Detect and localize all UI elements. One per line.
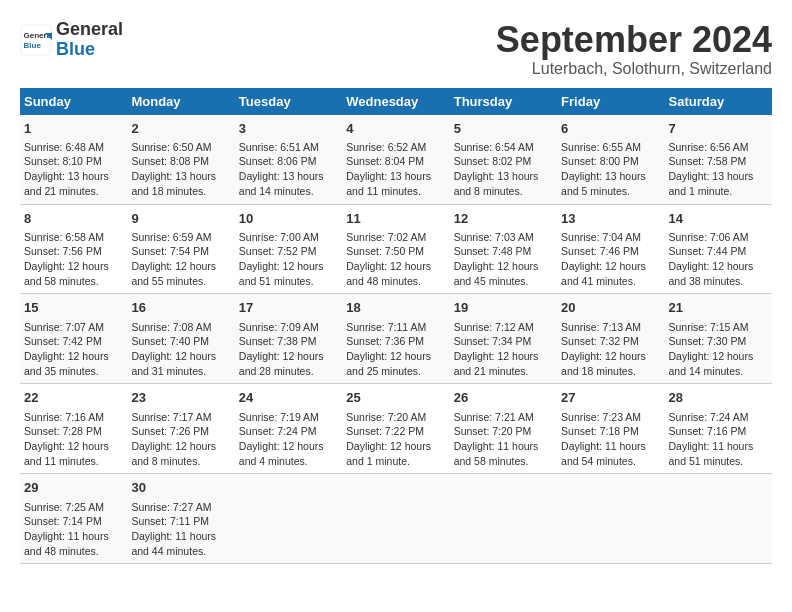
day-info-line: and 18 minutes. (131, 184, 230, 199)
day-info-line: Daylight: 12 hours (131, 349, 230, 364)
day-number: 5 (454, 120, 553, 138)
day-info-line: Sunrise: 6:55 AM (561, 140, 660, 155)
calendar-cell (665, 474, 772, 564)
calendar-cell: 11Sunrise: 7:02 AMSunset: 7:50 PMDayligh… (342, 204, 449, 294)
day-info-line: Sunset: 8:10 PM (24, 154, 123, 169)
day-info-line: Sunrise: 7:15 AM (669, 320, 768, 335)
day-info-line: and 8 minutes. (454, 184, 553, 199)
day-number: 15 (24, 299, 123, 317)
day-info-line: Daylight: 12 hours (346, 439, 445, 454)
day-info-line: and 51 minutes. (669, 454, 768, 469)
day-info-line: and 38 minutes. (669, 274, 768, 289)
calendar-week-row: 1Sunrise: 6:48 AMSunset: 8:10 PMDaylight… (20, 115, 772, 204)
day-info-line: and 21 minutes. (454, 364, 553, 379)
day-number: 2 (131, 120, 230, 138)
calendar-cell: 30Sunrise: 7:27 AMSunset: 7:11 PMDayligh… (127, 474, 234, 564)
day-info-line: Daylight: 12 hours (454, 349, 553, 364)
day-number: 3 (239, 120, 338, 138)
day-number: 23 (131, 389, 230, 407)
day-info-line: Daylight: 13 hours (24, 169, 123, 184)
day-info-line: Daylight: 12 hours (669, 349, 768, 364)
day-info-line: Daylight: 12 hours (24, 259, 123, 274)
day-info-line: Sunrise: 7:00 AM (239, 230, 338, 245)
day-info-line: Daylight: 12 hours (346, 259, 445, 274)
day-info-line: Sunset: 7:26 PM (131, 424, 230, 439)
day-number: 9 (131, 210, 230, 228)
location-text: Luterbach, Solothurn, Switzerland (496, 60, 772, 78)
svg-text:Blue: Blue (24, 41, 42, 50)
day-header-saturday: Saturday (665, 88, 772, 115)
day-info-line: Daylight: 12 hours (454, 259, 553, 274)
day-info-line: Sunset: 7:24 PM (239, 424, 338, 439)
day-info-line: Daylight: 13 hours (131, 169, 230, 184)
day-info-line: Sunrise: 6:52 AM (346, 140, 445, 155)
day-info-line: Sunrise: 6:50 AM (131, 140, 230, 155)
day-info-line: Daylight: 12 hours (24, 439, 123, 454)
day-info-line: Sunrise: 7:03 AM (454, 230, 553, 245)
day-info-line: Daylight: 13 hours (669, 169, 768, 184)
day-info-line: and 5 minutes. (561, 184, 660, 199)
day-number: 29 (24, 479, 123, 497)
day-header-friday: Friday (557, 88, 664, 115)
calendar-cell: 20Sunrise: 7:13 AMSunset: 7:32 PMDayligh… (557, 294, 664, 384)
day-info-line: Sunset: 8:04 PM (346, 154, 445, 169)
logo-general-text: General (56, 19, 123, 39)
day-info-line: Sunrise: 6:54 AM (454, 140, 553, 155)
day-info-line: and 11 minutes. (24, 454, 123, 469)
day-info-line: and 25 minutes. (346, 364, 445, 379)
day-info-line: and 28 minutes. (239, 364, 338, 379)
day-info-line: Daylight: 12 hours (131, 259, 230, 274)
calendar-cell: 29Sunrise: 7:25 AMSunset: 7:14 PMDayligh… (20, 474, 127, 564)
day-info-line: Daylight: 12 hours (669, 259, 768, 274)
day-info-line: and 1 minute. (669, 184, 768, 199)
day-info-line: Sunset: 7:18 PM (561, 424, 660, 439)
day-info-line: Sunset: 7:20 PM (454, 424, 553, 439)
calendar-cell: 5Sunrise: 6:54 AMSunset: 8:02 PMDaylight… (450, 115, 557, 204)
calendar-cell: 21Sunrise: 7:15 AMSunset: 7:30 PMDayligh… (665, 294, 772, 384)
day-number: 7 (669, 120, 768, 138)
day-info-line: Daylight: 13 hours (239, 169, 338, 184)
day-info-line: Daylight: 11 hours (454, 439, 553, 454)
calendar-cell: 22Sunrise: 7:16 AMSunset: 7:28 PMDayligh… (20, 384, 127, 474)
day-number: 20 (561, 299, 660, 317)
calendar-cell (235, 474, 342, 564)
day-info-line: Sunset: 8:06 PM (239, 154, 338, 169)
day-info-line: Daylight: 13 hours (454, 169, 553, 184)
day-info-line: and 8 minutes. (131, 454, 230, 469)
calendar-cell: 26Sunrise: 7:21 AMSunset: 7:20 PMDayligh… (450, 384, 557, 474)
calendar-cell: 18Sunrise: 7:11 AMSunset: 7:36 PMDayligh… (342, 294, 449, 384)
day-header-thursday: Thursday (450, 88, 557, 115)
calendar-header-row: SundayMondayTuesdayWednesdayThursdayFrid… (20, 88, 772, 115)
day-info-line: Sunrise: 7:12 AM (454, 320, 553, 335)
day-info-line: and 45 minutes. (454, 274, 553, 289)
day-number: 27 (561, 389, 660, 407)
day-info-line: Sunrise: 7:27 AM (131, 500, 230, 515)
day-info-line: Sunset: 7:58 PM (669, 154, 768, 169)
day-info-line: Sunrise: 7:08 AM (131, 320, 230, 335)
day-number: 16 (131, 299, 230, 317)
day-number: 4 (346, 120, 445, 138)
day-number: 22 (24, 389, 123, 407)
day-number: 11 (346, 210, 445, 228)
day-info-line: Sunset: 7:54 PM (131, 244, 230, 259)
day-info-line: Sunset: 7:32 PM (561, 334, 660, 349)
calendar-cell: 14Sunrise: 7:06 AMSunset: 7:44 PMDayligh… (665, 204, 772, 294)
day-info-line: Sunset: 8:00 PM (561, 154, 660, 169)
calendar-cell: 28Sunrise: 7:24 AMSunset: 7:16 PMDayligh… (665, 384, 772, 474)
day-info-line: Daylight: 12 hours (239, 259, 338, 274)
day-info-line: and 44 minutes. (131, 544, 230, 559)
day-info-line: Daylight: 13 hours (561, 169, 660, 184)
day-info-line: Sunrise: 7:23 AM (561, 410, 660, 425)
calendar-cell: 9Sunrise: 6:59 AMSunset: 7:54 PMDaylight… (127, 204, 234, 294)
day-info-line: Sunset: 7:11 PM (131, 514, 230, 529)
day-number: 24 (239, 389, 338, 407)
logo-blue-text: Blue (56, 39, 95, 59)
calendar-cell: 3Sunrise: 6:51 AMSunset: 8:06 PMDaylight… (235, 115, 342, 204)
day-info-line: Sunrise: 7:11 AM (346, 320, 445, 335)
day-info-line: Sunset: 7:44 PM (669, 244, 768, 259)
day-info-line: and 48 minutes. (24, 544, 123, 559)
day-info-line: Sunset: 7:46 PM (561, 244, 660, 259)
calendar-week-row: 8Sunrise: 6:58 AMSunset: 7:56 PMDaylight… (20, 204, 772, 294)
day-info-line: Sunrise: 7:13 AM (561, 320, 660, 335)
day-info-line: Daylight: 12 hours (24, 349, 123, 364)
